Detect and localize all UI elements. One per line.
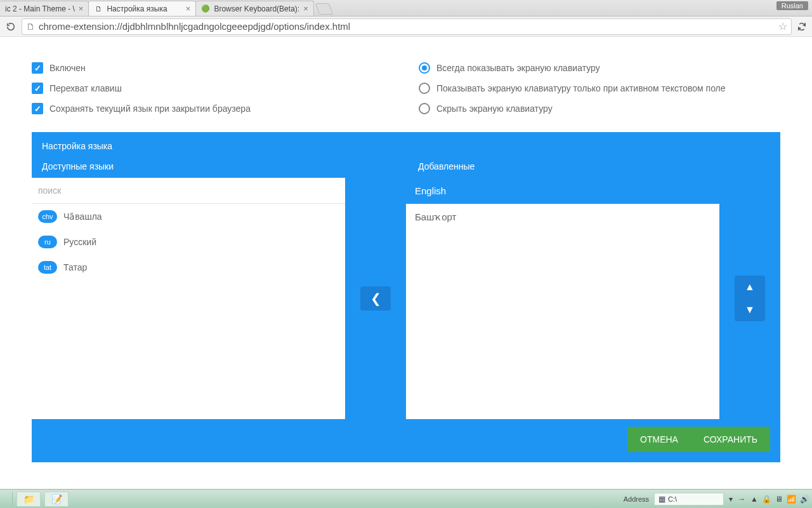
search-row <box>32 178 345 204</box>
checkbox-icon[interactable]: ✓ <box>32 62 43 74</box>
panel-title: Настройка языка <box>32 132 780 157</box>
save-button[interactable]: СОХРАНИТЬ <box>691 427 770 452</box>
radio-icon[interactable] <box>419 103 430 114</box>
transfer-column: ❮ <box>345 178 406 419</box>
panel-footer: ОТМЕНА СОХРАНИТЬ <box>32 419 780 462</box>
close-icon[interactable]: × <box>303 4 308 13</box>
lang-name: Чӑвашла <box>63 211 102 222</box>
added-lang-name: Башҡорт <box>415 211 456 222</box>
radio-icon[interactable] <box>419 83 430 94</box>
taskbar-left: 📁 📝 <box>3 491 69 507</box>
radio-column: Всегда показывать экраную клавиатуру Пок… <box>419 62 780 114</box>
chevron-up-icon: ▲ <box>745 281 755 293</box>
available-item[interactable]: chv Чӑвашла <box>32 204 345 229</box>
tray-icon[interactable]: ▲ <box>750 495 758 504</box>
volume-icon[interactable]: 🔊 <box>800 495 809 504</box>
lang-code-badge: tat <box>38 261 57 274</box>
browser-tab-active[interactable]: 🗋 Настройка языка × <box>88 1 196 16</box>
taskbar-divider <box>3 491 13 507</box>
checkbox-enabled[interactable]: ✓ Включен <box>32 62 393 74</box>
system-tray: ▲ 🔒 🖥 📶 🔊 <box>750 495 809 504</box>
radio-label: Показывать экраную клавиатуру только при… <box>436 83 726 93</box>
added-item-selected[interactable]: English <box>406 178 719 204</box>
browser-tab[interactable]: 🟢 Browser Keyboard(Beta): × <box>195 1 313 16</box>
close-icon[interactable]: × <box>79 4 84 13</box>
extension-icon[interactable] <box>796 20 808 33</box>
dropdown-icon[interactable]: ▾ <box>729 495 733 504</box>
reorder-column: ▲ ▼ <box>719 178 780 419</box>
tab-title: Browser Keyboard(Beta): <box>214 4 299 13</box>
taskbar-right: Address ▦ C:\ ▾ → ▲ 🔒 🖥 📶 🔊 <box>624 493 809 505</box>
url-field[interactable]: 🗋 chrome-extension://djdbhlmnblhnljcgadn… <box>22 18 792 35</box>
taskbar-app-icon[interactable]: 📁 <box>16 491 41 507</box>
added-header: Добавленные <box>404 157 780 178</box>
cancel-button[interactable]: ОТМЕНА <box>627 427 691 452</box>
page-favicon: 🟢 <box>201 4 210 13</box>
added-item[interactable]: Башҡорт <box>406 204 719 231</box>
checkbox-label: Включен <box>49 63 86 73</box>
checkbox-icon[interactable]: ✓ <box>32 83 43 94</box>
tray-icon[interactable]: 📶 <box>787 495 796 504</box>
lang-code-badge: chv <box>38 210 57 223</box>
move-left-button[interactable]: ❮ <box>360 286 391 311</box>
address-label: Address <box>624 495 649 503</box>
user-badge[interactable]: Ruslan <box>776 1 808 10</box>
radio-hide[interactable]: Скрыть экраную клавиатуру <box>419 103 780 114</box>
bookmark-star-icon[interactable]: ☆ <box>778 20 787 32</box>
taskbar-app-icon[interactable]: 📝 <box>44 491 69 507</box>
address-bar: 🗋 chrome-extension://djdbhlmnblhnljcgadn… <box>0 17 812 37</box>
reload-icon <box>6 22 16 32</box>
panel-headers: Доступные языки Добавленные <box>32 157 780 178</box>
radio-show-on-focus[interactable]: Показывать экраную клавиатуру только при… <box>419 83 780 94</box>
move-down-button[interactable]: ▼ <box>735 298 765 321</box>
new-tab-button[interactable] <box>315 3 333 15</box>
url-text: chrome-extension://djdbhlmnblhnljcgadngo… <box>39 21 350 32</box>
close-icon[interactable]: × <box>186 4 191 13</box>
checkbox-column: ✓ Включен ✓ Перехват клавиш ✓ Сохранять … <box>32 62 393 114</box>
checkbox-save-language[interactable]: ✓ Сохранять текущий язык при закрытии бр… <box>32 103 393 114</box>
added-list: English Башҡорт <box>406 178 719 419</box>
options-page: ✓ Включен ✓ Перехват клавиш ✓ Сохранять … <box>0 37 812 462</box>
checkbox-label: Сохранять текущий язык при закрытии брау… <box>49 104 251 114</box>
radio-label: Всегда показывать экраную клавиатуру <box>436 63 600 73</box>
radio-always-show[interactable]: Всегда показывать экраную клавиатуру <box>419 62 780 74</box>
reload-button[interactable] <box>4 20 18 34</box>
page-icon: 🗋 <box>26 22 35 32</box>
browser-tab[interactable]: ic 2 - Main Theme - \ × <box>0 1 89 16</box>
folder-icon: ▦ <box>658 495 665 504</box>
lang-code-badge: ru <box>38 236 57 248</box>
available-header: Доступные языки <box>32 157 404 178</box>
tab-title: ic 2 - Main Theme - \ <box>5 4 75 13</box>
added-lang-name: English <box>415 185 446 196</box>
chevron-down-icon: ▼ <box>745 304 755 316</box>
available-item[interactable]: tat Татар <box>32 255 345 280</box>
address-value: C:\ <box>668 495 677 503</box>
checkbox-label: Перехват клавиш <box>49 83 122 93</box>
lang-name: Русский <box>63 237 96 247</box>
page-favicon: 🗋 <box>94 4 103 13</box>
go-icon[interactable]: → <box>738 495 745 504</box>
available-item[interactable]: ru Русский <box>32 229 345 255</box>
language-panel: Настройка языка Доступные языки Добавлен… <box>32 132 780 462</box>
move-up-button[interactable]: ▲ <box>735 276 765 298</box>
checkbox-icon[interactable]: ✓ <box>32 103 43 114</box>
available-list: chv Чӑвашла ru Русский tat Татар <box>32 178 345 419</box>
checkbox-key-capture[interactable]: ✓ Перехват клавиш <box>32 83 393 94</box>
radio-label: Скрыть экраную клавиатуру <box>436 104 553 114</box>
reorder-buttons: ▲ ▼ <box>735 276 765 321</box>
tray-icon[interactable]: 🔒 <box>762 495 771 504</box>
radio-icon[interactable] <box>419 62 430 74</box>
footer-buttons: ОТМЕНА СОХРАНИТЬ <box>627 427 770 452</box>
address-box[interactable]: ▦ C:\ <box>654 493 724 505</box>
tray-icon[interactable]: 🖥 <box>775 495 783 504</box>
language-body: chv Чӑвашла ru Русский tat Татар ❮ <box>32 178 780 419</box>
chevron-left-icon: ❮ <box>370 291 381 306</box>
taskbar: 📁 📝 Address ▦ C:\ ▾ → ▲ 🔒 🖥 📶 🔊 <box>0 489 812 508</box>
tab-title: Настройка языка <box>107 4 181 13</box>
sync-icon <box>796 21 808 32</box>
lang-name: Татар <box>63 262 87 272</box>
browser-tabbar: ic 2 - Main Theme - \ × 🗋 Настройка язык… <box>0 0 812 17</box>
search-input[interactable] <box>32 178 345 203</box>
settings-top: ✓ Включен ✓ Перехват клавиш ✓ Сохранять … <box>32 62 780 114</box>
